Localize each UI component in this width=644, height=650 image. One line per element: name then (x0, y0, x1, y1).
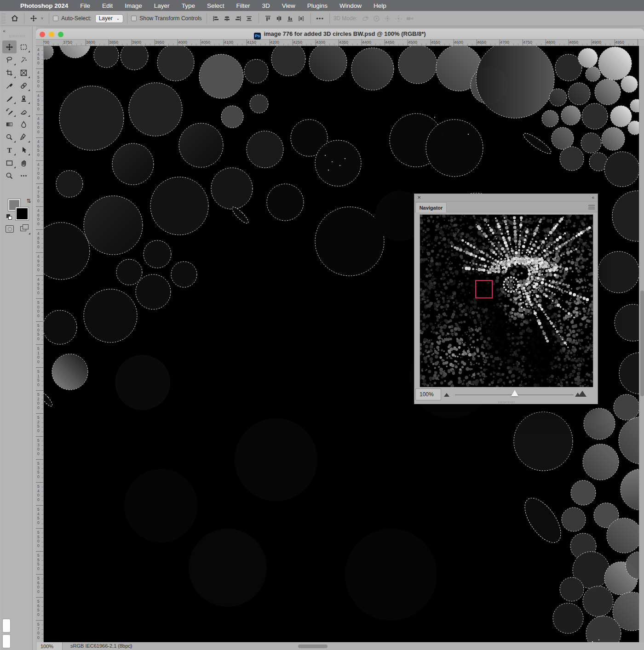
hand-icon (20, 159, 28, 167)
align-right-edges-icon[interactable] (233, 13, 244, 24)
vruler-label: 5 0 0 0 (37, 301, 40, 318)
align-middle-icon[interactable] (244, 13, 255, 24)
quick-mask-button[interactable] (6, 225, 14, 233)
docked-panel-placeholder[interactable] (3, 635, 10, 648)
tool-clone-stamp[interactable] (17, 92, 31, 105)
options-bar-grip[interactable] (1, 13, 6, 23)
horizontal-scrollbar-thumb[interactable] (298, 644, 328, 648)
menu-item-image[interactable]: Image (125, 2, 142, 9)
tool-brush[interactable] (2, 92, 17, 105)
distribute-horizontal-icon[interactable] (274, 13, 285, 24)
app-menu-title[interactable]: Photoshop 2024 (20, 2, 68, 9)
collapse-panel-icon[interactable]: « (592, 195, 594, 200)
distribute-vertical-icon[interactable] (296, 13, 307, 24)
tool-flyout-icon (28, 115, 30, 117)
ruler-corner[interactable] (36, 40, 44, 46)
tool-blur[interactable] (17, 118, 31, 131)
zoom-out-icon[interactable] (444, 393, 449, 397)
tool-eyedropper[interactable] (2, 79, 17, 92)
preset-chevron-icon[interactable]: ˅ (41, 16, 43, 21)
home-icon[interactable] (9, 13, 20, 24)
tool-gradient[interactable] (2, 118, 17, 131)
zoom-in-icon[interactable] (578, 391, 586, 397)
menu-item-filter[interactable]: Filter (236, 2, 250, 9)
navigator-zoom-field[interactable]: 100% (415, 388, 441, 400)
menu-item-layer[interactable]: Layer (154, 2, 170, 9)
menu-item-select[interactable]: Select (207, 2, 224, 9)
tool-flyout-icon (14, 63, 16, 65)
navigator-thumbnail[interactable] (420, 215, 593, 387)
tool-edit-toolbar[interactable] (17, 169, 31, 182)
tool-lasso[interactable] (2, 53, 17, 66)
align-horizontal-centers-icon[interactable] (222, 13, 233, 24)
tool-flyout-icon (14, 154, 16, 155)
panel-resize-grip[interactable] (499, 401, 514, 403)
background-color-swatch[interactable] (16, 207, 29, 220)
tool-pen[interactable] (17, 131, 31, 143)
navigator-proxy-view-rect[interactable] (475, 280, 493, 298)
tool-type[interactable]: T (2, 143, 17, 156)
tool-flyout-icon (14, 166, 16, 168)
tool-history-brush[interactable] (2, 105, 17, 118)
navigator-zoom-slider-thumb[interactable] (511, 390, 518, 396)
chevron-down-icon: ⌄ (116, 16, 120, 21)
auto-select-dropdown[interactable]: Layer ⌄ (95, 14, 124, 23)
docked-panel-placeholder[interactable] (3, 619, 10, 632)
align-icons-group (211, 13, 307, 24)
tool-rectangle[interactable] (2, 156, 17, 169)
vruler-label: 5 2 0 0 (37, 393, 40, 410)
collapse-tools-icon[interactable]: « (3, 28, 5, 34)
vertical-ruler[interactable]: 4 4 5 04 5 0 04 5 5 04 6 0 04 6 5 04 7 0… (36, 46, 44, 642)
tool-eraser[interactable] (17, 105, 31, 118)
align-left-edges-icon[interactable] (211, 13, 222, 24)
tool-dodge[interactable] (2, 131, 17, 143)
orbit-3d-icon (360, 13, 371, 24)
default-colors-icon[interactable] (6, 214, 12, 220)
tool-frame[interactable] (17, 66, 31, 79)
auto-select-checkbox[interactable] (53, 16, 58, 21)
navigator-tab-row: Navigator (414, 202, 598, 212)
screen-mode-button[interactable] (20, 224, 29, 234)
show-transform-checkbox[interactable] (131, 16, 137, 21)
menu-item-edit[interactable]: Edit (102, 2, 113, 9)
menu-item-plugins[interactable]: Plugins (307, 2, 328, 9)
hruler-label: 4850 (569, 40, 578, 45)
menu-item-view[interactable]: View (282, 2, 295, 9)
hruler-label: 4950 (615, 40, 624, 45)
tools-panel: « T ⇄ (1, 27, 33, 650)
tool-zoom[interactable] (2, 169, 17, 182)
vertical-scrollbar-thumb[interactable] (640, 291, 644, 396)
tool-crop[interactable] (2, 66, 17, 79)
document-title-bar[interactable]: Psimage 776 for added 3D circles BW.psd … (36, 29, 644, 40)
menu-item-help[interactable]: Help (374, 2, 386, 9)
tool-rectangular-marquee[interactable] (17, 40, 31, 53)
tool-healing-brush[interactable] (17, 79, 31, 92)
status-chevron-icon[interactable]: 〉 (129, 643, 134, 650)
menu-item-window[interactable]: Window (339, 2, 362, 9)
panel-menu-icon[interactable] (588, 205, 595, 209)
menu-item-file[interactable]: File (80, 2, 90, 9)
tools-panel-grip[interactable] (9, 35, 25, 37)
tool-hand[interactable] (17, 156, 31, 169)
vertical-scrollbar[interactable] (639, 46, 644, 642)
tool-magic-wand[interactable] (17, 53, 31, 66)
hruler-label: 4700 (500, 40, 509, 45)
move-icon (6, 43, 13, 51)
more-options-icon[interactable]: ••• (315, 13, 326, 24)
horizontal-ruler[interactable]: 3700375038003850390039504000405041004150… (44, 40, 639, 46)
hruler-label: 3800 (86, 40, 95, 45)
align-bottom-edges-icon[interactable] (285, 13, 296, 24)
menu-item-3d[interactable]: 3D (262, 2, 270, 9)
menu-item-type[interactable]: Type (182, 2, 195, 9)
swap-colors-icon[interactable]: ⇄ (26, 199, 32, 203)
align-top-edges-icon[interactable] (263, 13, 274, 24)
zoom-level-field[interactable]: 100% (37, 642, 63, 650)
tool-path-select[interactable] (17, 143, 31, 156)
tool-flyout-icon (14, 102, 16, 104)
close-panel-icon[interactable]: ✕ (417, 195, 421, 200)
tool-move[interactable] (2, 40, 17, 53)
lasso-icon (6, 56, 13, 64)
tab-navigator[interactable]: Navigator (415, 202, 447, 212)
move-tool-preset-icon[interactable] (28, 13, 39, 24)
vruler-label: 4 7 0 0 (37, 163, 40, 180)
